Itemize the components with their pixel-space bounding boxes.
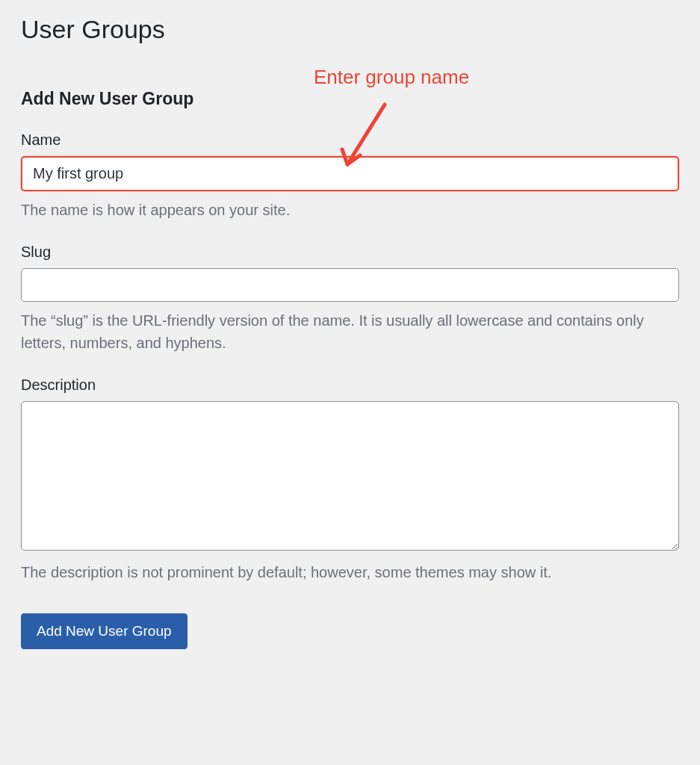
field-name: Name The name is how it appears on your … [21, 131, 679, 221]
name-help: The name is how it appears on your site. [21, 199, 679, 221]
name-input[interactable] [21, 156, 679, 191]
description-help: The description is not prominent by defa… [21, 561, 679, 583]
description-input[interactable] [21, 401, 679, 551]
slug-input[interactable] [21, 268, 679, 302]
annotation-enter-name: Enter group name [314, 66, 469, 89]
name-label: Name [21, 131, 679, 149]
slug-help: The “slug” is the URL-friendly version o… [21, 309, 679, 354]
field-slug: Slug The “slug” is the URL-friendly vers… [21, 244, 679, 354]
field-description: Description The description is not promi… [21, 377, 679, 583]
slug-label: Slug [21, 244, 679, 261]
form-heading: Add New User Group [21, 89, 679, 109]
description-label: Description [21, 377, 679, 394]
page-title: User Groups [21, 15, 679, 44]
add-new-user-group-button[interactable]: Add New User Group [21, 613, 188, 649]
